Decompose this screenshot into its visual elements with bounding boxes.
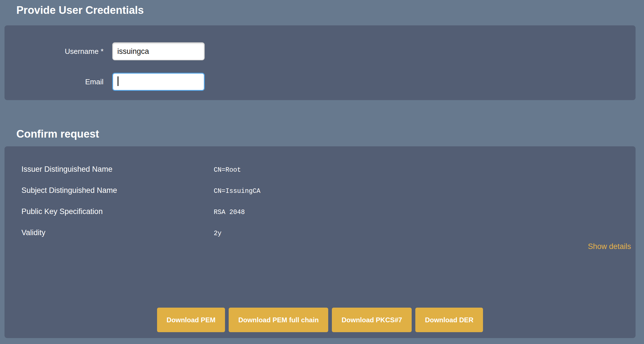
username-label: Username * — [5, 47, 103, 56]
download-pem-full-chain-button[interactable]: Download PEM full chain — [229, 308, 328, 332]
email-input[interactable] — [112, 73, 205, 91]
download-buttons-row: Download PEM Download PEM full chain Dow… — [5, 308, 636, 332]
email-label: Email — [5, 78, 103, 86]
issuer-dn-label: Issuer Distinguished Name — [21, 165, 214, 174]
subject-dn-label: Subject Distinguished Name — [21, 186, 214, 195]
public-key-spec-label: Public Key Specification — [21, 207, 214, 216]
detail-row-validity: Validity 2y — [5, 228, 636, 238]
text-caret — [118, 76, 118, 86]
validity-value: 2y — [214, 229, 222, 238]
username-input[interactable] — [112, 42, 205, 60]
confirm-section-title: Confirm request — [16, 128, 644, 140]
subject-dn-value: CN=IssuingCA — [214, 187, 261, 196]
validity-label: Validity — [21, 228, 214, 237]
detail-row-public-key-spec: Public Key Specification RSA 2048 — [5, 207, 636, 217]
download-pkcs7-button[interactable]: Download PKCS#7 — [332, 308, 412, 332]
show-details-link[interactable]: Show details — [588, 242, 631, 251]
issuer-dn-value: CN=Root — [214, 166, 241, 175]
download-pem-button[interactable]: Download PEM — [157, 308, 225, 332]
confirm-panel: Issuer Distinguished Name CN=Root Subjec… — [5, 146, 636, 338]
detail-row-subject-dn: Subject Distinguished Name CN=IssuingCA — [5, 186, 636, 196]
download-der-button[interactable]: Download DER — [415, 308, 483, 332]
detail-row-issuer-dn: Issuer Distinguished Name CN=Root — [5, 165, 636, 175]
email-input-wrap — [112, 73, 205, 91]
credentials-section-title: Provide User Credentials — [16, 0, 644, 16]
username-input-wrap — [112, 42, 205, 60]
email-field-row: Email — [5, 73, 636, 91]
public-key-spec-value: RSA 2048 — [214, 208, 245, 217]
credentials-panel: Username * Email — [5, 25, 636, 100]
username-field-row: Username * — [5, 42, 636, 60]
